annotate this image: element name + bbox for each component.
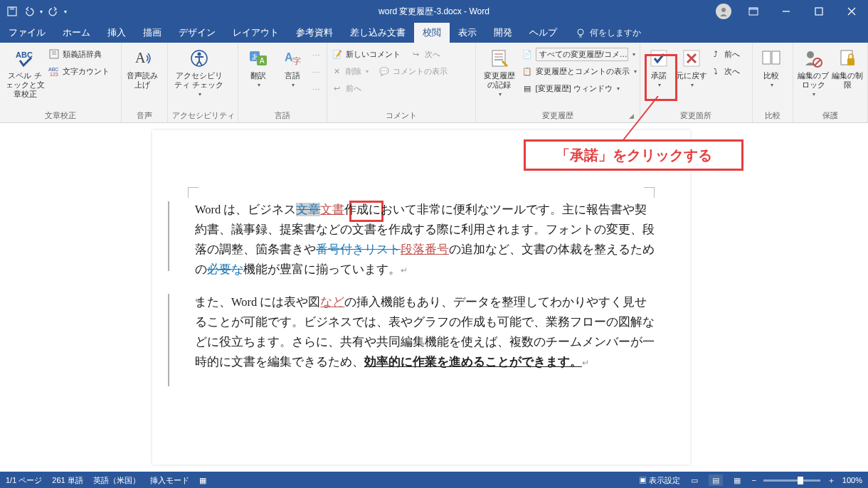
status-words[interactable]: 261 単語 <box>52 475 83 486</box>
group-language: あA 翻訳▾ A字 言語▾ ⋯ ⋯ ⋯ 言語 <box>238 43 327 122</box>
status-page[interactable]: 1/1 ページ <box>6 475 42 486</box>
svg-point-20 <box>197 53 201 56</box>
zoom-level[interactable]: 100% <box>842 476 862 484</box>
show-comments-icon: 💬 <box>379 65 390 77</box>
undo-dropdown-icon[interactable]: ▾ <box>40 9 43 15</box>
delete-comment-button: ✕削除▾ <box>332 64 369 78</box>
lang-btn-3: ⋯ <box>311 83 322 97</box>
show-markup-button[interactable]: 📋変更履歴とコメントの表示▾ <box>522 64 635 78</box>
block-authors-button[interactable]: 編集のブロック▾ <box>798 46 829 97</box>
group-speech-label: 音声 <box>126 109 162 121</box>
tab-references[interactable]: 参考資料 <box>287 23 342 43</box>
accept-button[interactable]: 承諾▾ <box>645 46 673 88</box>
word-count-icon: ABC123 <box>48 65 60 77</box>
svg-rect-33 <box>763 51 771 64</box>
status-language[interactable]: 英語（米国） <box>93 475 140 486</box>
status-bar: 1/1 ページ 261 単語 英語（米国） 挿入モード ▦ ▣ 表示設定 ▭ ▤… <box>0 472 868 488</box>
tab-help[interactable]: ヘルプ <box>521 23 566 43</box>
next-change-icon: ⤵ <box>710 65 721 77</box>
svg-rect-27 <box>492 51 505 66</box>
document-area[interactable]: Word は、ビジネス文章文書作成において非常に便利なツールです。主に報告書や契… <box>0 123 868 472</box>
accessibility-check-button[interactable]: アクセシビリティ チェック▾ <box>172 46 226 97</box>
new-comment-button[interactable]: 📝新しいコメント <box>332 47 401 61</box>
display-settings[interactable]: ▣ 表示設定 <box>639 475 680 486</box>
view-web-icon[interactable]: ▦ <box>730 474 744 486</box>
redo-icon[interactable] <box>47 5 60 18</box>
track-changes-button[interactable]: 変更履歴の記録▾ <box>480 46 519 97</box>
svg-point-2 <box>721 8 726 12</box>
group-speech: A 音声読み上げ 音声 <box>122 43 167 122</box>
prev-comment-button: ↩前へ <box>332 81 471 95</box>
status-mode[interactable]: 挿入モード <box>150 475 189 486</box>
tell-me-search[interactable]: 何をしますか <box>566 23 641 43</box>
group-comments-label: コメント <box>332 109 471 121</box>
callout-annotation: 「承諾」をクリックする <box>524 139 743 171</box>
group-tracking: 変更履歴の記録▾ 📄すべての変更履歴/コメ…▾ 📋変更履歴とコメントの表示▾ ▤… <box>476 43 640 122</box>
group-protect-label: 保護 <box>798 109 863 121</box>
tab-draw[interactable]: 描画 <box>134 23 170 43</box>
track-changes-icon <box>488 47 511 70</box>
tab-home[interactable]: ホーム <box>54 23 99 43</box>
document-content[interactable]: Word は、ビジネス文章文書作成において非常に便利なツールです。主に報告書や契… <box>195 200 655 382</box>
compare-icon <box>760 47 783 70</box>
tab-layout[interactable]: レイアウト <box>224 23 287 43</box>
show-comments-button: 💬コメントの表示 <box>379 64 448 78</box>
ribbon-display-icon[interactable] <box>737 0 770 23</box>
tab-design[interactable]: デザイン <box>170 23 224 43</box>
ribbon-tabs: ファイル ホーム 挿入 描画 デザイン レイアウト 参考資料 差し込み文書 校閲… <box>0 23 868 43</box>
read-aloud-icon: A <box>131 47 154 70</box>
tab-insert[interactable]: 挿入 <box>99 23 134 43</box>
group-accessibility-label: アクセシビリティ <box>172 109 233 121</box>
zoom-slider[interactable] <box>763 479 820 482</box>
dialog-launcher-icon[interactable]: ◢ <box>629 112 634 120</box>
tab-review[interactable]: 校閲 <box>414 23 450 43</box>
language-button[interactable]: A字 言語▾ <box>277 46 308 88</box>
quick-access-toolbar: ▾ ▾ <box>0 5 67 18</box>
lang-btn-2: ⋯ <box>311 65 322 80</box>
translate-button[interactable]: あA 翻訳▾ <box>243 46 274 88</box>
svg-point-9 <box>578 29 583 35</box>
reviewing-pane-button[interactable]: ▤[変更履歴] ウィンドウ▾ <box>522 81 635 95</box>
group-compare: 比較▾ 比較 <box>753 43 793 122</box>
close-button[interactable] <box>835 0 868 23</box>
view-read-icon[interactable]: ▭ <box>687 474 702 486</box>
lang-btn-1: ⋯ <box>311 48 322 63</box>
thesaurus-button[interactable]: 類義語辞典 <box>48 47 110 61</box>
group-changes: 承諾▾ 元に戻す▾ ⤴前へ ⤵次へ 変更箇所 <box>640 43 753 122</box>
user-avatar[interactable] <box>716 4 731 19</box>
save-icon[interactable] <box>6 5 18 18</box>
compare-button[interactable]: 比較▾ <box>757 46 785 88</box>
group-changes-label: 変更箇所 <box>645 109 748 121</box>
restrict-icon <box>836 47 859 70</box>
restrict-editing-button[interactable]: 編集の制限 <box>832 46 863 90</box>
next-change-button[interactable]: ⤵次へ <box>710 64 740 78</box>
svg-point-35 <box>807 51 814 58</box>
undo-icon[interactable] <box>23 5 36 18</box>
zoom-out-button[interactable]: − <box>751 476 756 484</box>
svg-rect-39 <box>847 58 854 65</box>
maximize-button[interactable] <box>803 0 835 23</box>
translate-icon: あA <box>247 47 270 70</box>
tab-developer[interactable]: 開発 <box>485 23 521 43</box>
spell-check-button[interactable]: ABC スペル チェックと文章校正 <box>4 46 46 100</box>
macro-icon[interactable]: ▦ <box>199 476 206 485</box>
paragraph-1: Word は、ビジネス文章文書作成において非常に便利なツールです。主に報告書や契… <box>195 200 655 280</box>
tab-view[interactable]: 表示 <box>450 23 485 43</box>
tell-me-label: 何をしますか <box>590 27 641 39</box>
tab-file[interactable]: ファイル <box>0 23 54 43</box>
qat-customize-icon[interactable]: ▾ <box>64 9 67 15</box>
new-comment-icon: 📝 <box>332 48 343 60</box>
display-for-review-dropdown[interactable]: 📄すべての変更履歴/コメ…▾ <box>522 47 635 61</box>
tab-mailings[interactable]: 差し込み文書 <box>342 23 414 43</box>
prev-change-button[interactable]: ⤴前へ <box>710 47 740 61</box>
zoom-in-button[interactable]: ＋ <box>827 475 835 486</box>
minimize-button[interactable] <box>770 0 803 23</box>
delete-icon: ✕ <box>332 65 343 77</box>
reject-button[interactable]: 元に戻す▾ <box>676 46 707 88</box>
word-count-button[interactable]: ABC123文字カウント <box>48 64 110 78</box>
prev-icon: ↩ <box>332 83 343 94</box>
lightbulb-icon <box>576 28 586 38</box>
view-print-icon[interactable]: ▤ <box>709 474 723 486</box>
crop-mark-tl <box>188 187 199 198</box>
read-aloud-button[interactable]: A 音声読み上げ <box>126 46 159 90</box>
